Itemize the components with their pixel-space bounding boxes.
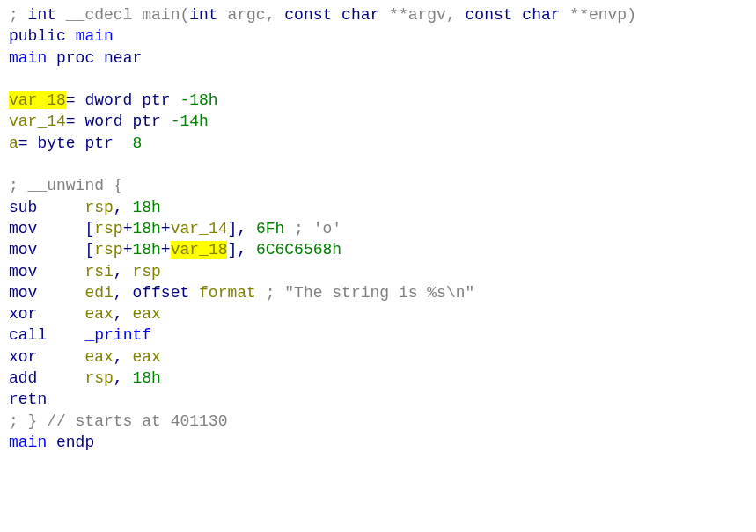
kw-offset: offset xyxy=(132,284,199,302)
comma5: , xyxy=(114,348,133,366)
rsi: rsi xyxy=(84,263,113,281)
instr-mov3: mov rsi, rsp xyxy=(9,263,161,281)
cdecl: __cdecl xyxy=(56,6,142,24)
plus3: + xyxy=(123,241,133,259)
lbrack2: [ xyxy=(84,241,94,259)
kw-const2: const xyxy=(466,6,513,24)
rsp4: rsp xyxy=(132,263,160,281)
instr-sub: sub rsp, 18h xyxy=(9,199,161,216)
mn-xor2: xor xyxy=(9,348,84,366)
plus: + xyxy=(123,220,133,237)
eq-dword: = dword ptr xyxy=(66,91,180,109)
off-14h: -14h xyxy=(171,113,209,130)
imm-18h2: 18h xyxy=(132,220,160,237)
eax4: eax xyxy=(132,348,160,366)
instr-mov1: mov [rsp+18h+var_14], 6Fh ; 'o' xyxy=(9,220,341,237)
comma6: , xyxy=(114,369,133,387)
printf-sym[interactable]: _printf xyxy=(84,326,151,344)
lbrack: [ xyxy=(84,220,94,237)
sym-main: main xyxy=(76,27,114,45)
kw-char: char xyxy=(332,6,379,24)
rsp5: rsp xyxy=(84,369,113,387)
kw-char2: char xyxy=(513,6,561,24)
rbrack2: ], xyxy=(227,241,255,259)
eq-byte: = byte ptr xyxy=(18,135,133,152)
disasm-listing: ; int __cdecl main(int argc, const char … xyxy=(9,4,747,453)
eax: eax xyxy=(84,305,113,323)
var14-def: var_14= word ptr -14h xyxy=(9,113,209,130)
main-proc: main proc near xyxy=(9,49,142,67)
var18-def: var_18= dword ptr -18h xyxy=(9,91,218,109)
rsp3: rsp xyxy=(94,241,122,259)
public-main: public main xyxy=(9,27,114,45)
mn-mov: mov xyxy=(9,220,84,237)
kw-proc: proc xyxy=(56,49,104,67)
var14-ref[interactable]: var_14 xyxy=(171,220,228,237)
instr-mov4: mov edi, offset format ; "The string is … xyxy=(9,284,474,302)
rbrack: ], xyxy=(227,220,255,237)
unwind-close: ; } // starts at 401130 xyxy=(9,412,227,430)
comment-o: ; 'o' xyxy=(294,220,341,237)
argc: argc, xyxy=(218,6,285,24)
instr-xor: xor eax, eax xyxy=(9,305,161,323)
imm-18h3: 18h xyxy=(132,241,160,259)
var14-name[interactable]: var_14 xyxy=(9,113,66,130)
plus4: + xyxy=(161,241,171,259)
fmt-sym[interactable]: format xyxy=(199,284,266,302)
mn-add: add xyxy=(9,369,84,387)
rsp: rsp xyxy=(84,199,113,216)
imm-6fh: 6Fh xyxy=(256,220,294,237)
mn-call: call xyxy=(9,326,84,344)
var18-ref[interactable]: var_18 xyxy=(171,241,228,259)
instr-add: add rsp, 18h xyxy=(9,369,161,387)
eax2: eax xyxy=(132,305,160,323)
comma3: , xyxy=(114,284,133,302)
sym-main3: main xyxy=(9,434,56,451)
envp: **envp) xyxy=(561,6,636,24)
a-name[interactable]: a xyxy=(9,135,18,152)
rsp2: rsp xyxy=(94,220,122,237)
comma4: , xyxy=(114,305,133,323)
kw-int2: int xyxy=(189,6,217,24)
off-18h: -18h xyxy=(180,91,217,109)
kw-const: const xyxy=(284,6,332,24)
comma: , xyxy=(114,199,133,216)
main-endp: main endp xyxy=(9,434,94,451)
main-sig: main( xyxy=(142,6,189,24)
argv: **argv, xyxy=(379,6,465,24)
instr-xor2: xor eax, eax xyxy=(9,348,161,366)
instr-call: call _printf xyxy=(9,326,151,344)
kw-public: public xyxy=(9,27,76,45)
eq-word: = word ptr xyxy=(66,113,171,130)
imm-18h: 18h xyxy=(132,199,160,216)
comment-line: ; int __cdecl main(int argc, const char … xyxy=(9,6,636,24)
edi: edi xyxy=(84,284,113,302)
kw-near: near xyxy=(104,49,142,67)
mn-sub: sub xyxy=(9,199,84,216)
kw-endp: endp xyxy=(56,434,94,451)
mn-retn: retn xyxy=(9,390,47,408)
eax3: eax xyxy=(84,348,113,366)
instr-mov2: mov [rsp+18h+var_18], 6C6C6568h xyxy=(9,241,341,259)
var18-name[interactable]: var_18 xyxy=(9,91,66,109)
sym-main2: main xyxy=(9,49,56,67)
unwind-open: ; __unwind { xyxy=(9,177,123,194)
off-8: 8 xyxy=(132,135,142,152)
mn-mov2: mov xyxy=(9,241,84,259)
mn-mov3: mov xyxy=(9,263,84,281)
mn-xor: xor xyxy=(9,305,84,323)
semicolon: ; xyxy=(9,6,28,24)
a-def: a= byte ptr 8 xyxy=(9,135,142,152)
comma2: , xyxy=(114,263,133,281)
plus2: + xyxy=(161,220,171,237)
comment-fmt: ; "The string is %s\n" xyxy=(266,284,475,302)
imm-18h4: 18h xyxy=(132,369,160,387)
imm-hello: 6C6C6568h xyxy=(256,241,341,259)
kw-int: int xyxy=(28,6,56,24)
mn-mov4: mov xyxy=(9,284,84,302)
